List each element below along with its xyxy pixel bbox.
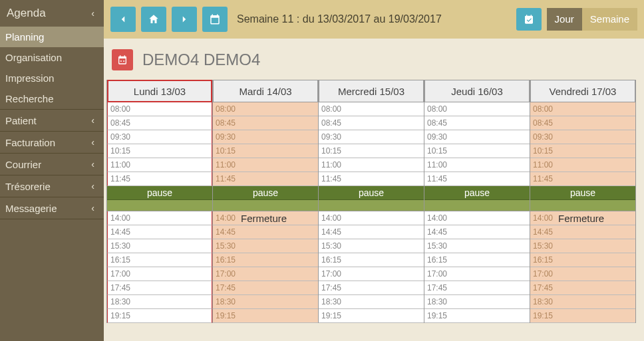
time-slot[interactable]: 09:30	[213, 130, 318, 144]
time-slot[interactable]: 11:00	[107, 158, 212, 172]
time-slot[interactable]: 09:30	[424, 130, 530, 144]
time-slot[interactable]: 17:00	[319, 267, 424, 281]
toolbar: Semaine 11 : du 13/03/2017 au 19/03/2017…	[104, 0, 644, 39]
time-slot[interactable]: 14:45	[319, 225, 424, 239]
sidebar-section-patient[interactable]: Patient‹	[0, 110, 104, 131]
time-slot[interactable]: 14:00Fermeture	[213, 211, 318, 225]
time-slot[interactable]: 14:45	[107, 225, 212, 239]
time-slot[interactable]: 14:45	[424, 225, 530, 239]
prev-button[interactable]	[110, 7, 136, 32]
time-slot[interactable]: 18:30	[213, 295, 318, 309]
time-slot[interactable]: 08:45	[530, 116, 635, 130]
time-slot[interactable]: 14:00	[424, 211, 530, 225]
time-slot[interactable]: 18:30	[107, 295, 212, 309]
time-slot[interactable]: 19:15	[424, 309, 530, 323]
time-slot[interactable]: 11:45	[213, 172, 318, 186]
time-slot[interactable]: 11:45	[107, 172, 212, 186]
time-slot[interactable]: 15:30	[530, 239, 635, 253]
sidebar-sub-recherche[interactable]: Recherche	[0, 88, 104, 109]
time-slot[interactable]: 08:45	[424, 116, 530, 130]
time-slot[interactable]: 11:45	[530, 172, 635, 186]
time-slot[interactable]: 10:15	[530, 144, 635, 158]
time-slot[interactable]: 18:30	[319, 295, 424, 309]
time-slot[interactable]: 17:45	[424, 281, 530, 295]
time-slot[interactable]: 16:15	[424, 253, 530, 267]
sidebar-sub-planning[interactable]: Planning	[0, 27, 104, 47]
time-slot[interactable]: 17:45	[319, 281, 424, 295]
time-slot[interactable]: 19:15	[107, 309, 212, 323]
time-slot[interactable]: 19:15	[530, 309, 635, 323]
day-header[interactable]: Mardi 14/03	[213, 80, 318, 102]
time-slot[interactable]: 08:45	[107, 116, 212, 130]
time-slot[interactable]: 17:45	[107, 281, 212, 295]
view-day-button[interactable]: Jour	[547, 8, 582, 31]
time-slot[interactable]: 14:45	[213, 225, 318, 239]
time-slot[interactable]: 11:00	[530, 158, 635, 172]
time-slot[interactable]: 17:00	[213, 267, 318, 281]
today-button[interactable]	[516, 8, 542, 31]
time-slot[interactable]: 17:00	[424, 267, 530, 281]
time-slot[interactable]: 08:00	[530, 102, 635, 116]
day-header[interactable]: Vendredi 17/03	[530, 80, 635, 102]
time-slot[interactable]: 10:15	[319, 144, 424, 158]
time-slot[interactable]: 16:15	[530, 253, 635, 267]
pause-block: pause	[319, 186, 424, 200]
sidebar-section-messagerie[interactable]: Messagerie‹	[0, 197, 104, 219]
time-slot[interactable]: 11:00	[424, 158, 530, 172]
time-slot[interactable]: 17:45	[530, 281, 635, 295]
time-slot[interactable]: 09:30	[530, 130, 635, 144]
time-slot[interactable]: 17:45	[213, 281, 318, 295]
time-slot[interactable]: 14:00	[107, 211, 212, 225]
time-slot[interactable]: 10:15	[424, 144, 530, 158]
time-slot[interactable]: 08:00	[213, 102, 318, 116]
view-week-button[interactable]: Semaine	[582, 8, 637, 31]
time-slot[interactable]: 14:45	[530, 225, 635, 239]
time-slot[interactable]: 08:45	[319, 116, 424, 130]
time-slot[interactable]: 15:30	[319, 239, 424, 253]
time-slot[interactable]: 15:30	[213, 239, 318, 253]
chevron-left-icon: ‹	[91, 8, 94, 19]
time-slot[interactable]: 10:15	[107, 144, 212, 158]
sidebar-agenda-label: Agenda	[7, 7, 46, 20]
next-button[interactable]	[172, 7, 197, 32]
sidebar-sub-organisation[interactable]: Organisation	[0, 47, 104, 68]
time-slot[interactable]: 18:30	[424, 295, 530, 309]
time-slot[interactable]: 14:00Fermeture	[530, 211, 635, 225]
time-slot[interactable]: 16:15	[319, 253, 424, 267]
time-slot[interactable]: 08:00	[107, 102, 212, 116]
time-slot[interactable]: 11:45	[319, 172, 424, 186]
time-slot[interactable]: 19:15	[319, 309, 424, 323]
time-slot[interactable]: 09:30	[319, 130, 424, 144]
time-slot[interactable]: 19:15	[213, 309, 318, 323]
time-slot[interactable]: 08:00	[319, 102, 424, 116]
calendar-button[interactable]	[202, 7, 228, 32]
time-slot[interactable]: 17:00	[530, 267, 635, 281]
time-slot[interactable]: 17:00	[107, 267, 212, 281]
time-slot[interactable]: 10:15	[213, 144, 318, 158]
time-slot[interactable]: 09:30	[107, 130, 212, 144]
pause-block-2	[107, 200, 212, 211]
sidebar-section-facturation[interactable]: Facturation‹	[0, 132, 104, 153]
time-slot[interactable]: 11:00	[319, 158, 424, 172]
practitioner-icon	[112, 49, 133, 70]
day-column: Mercredi 15/0308:0008:4509:3010:1511:001…	[319, 80, 424, 323]
home-button[interactable]	[141, 7, 166, 32]
time-slot[interactable]: 15:30	[424, 239, 530, 253]
sidebar-agenda-header[interactable]: Agenda ‹	[0, 0, 104, 27]
time-slot[interactable]: 11:45	[424, 172, 530, 186]
time-slot[interactable]: 08:00	[424, 102, 530, 116]
time-slot[interactable]: 18:30	[530, 295, 635, 309]
time-slot[interactable]: 15:30	[107, 239, 212, 253]
sidebar-section-trésorerie[interactable]: Trésorerie‹	[0, 175, 104, 197]
day-header[interactable]: Jeudi 16/03	[424, 80, 530, 102]
time-slot[interactable]: 16:15	[213, 253, 318, 267]
sidebar-section-courrier[interactable]: Courrier‹	[0, 154, 104, 175]
day-header[interactable]: Mercredi 15/03	[319, 80, 424, 102]
time-slot[interactable]: 08:45	[213, 116, 318, 130]
calendar-grid: Lundi 13/0308:0008:4509:3010:1511:0011:4…	[105, 80, 637, 323]
day-header[interactable]: Lundi 13/03	[107, 80, 212, 102]
time-slot[interactable]: 11:00	[213, 158, 318, 172]
time-slot[interactable]: 14:00	[319, 211, 424, 225]
time-slot[interactable]: 16:15	[107, 253, 212, 267]
sidebar-sub-impression[interactable]: Impression	[0, 68, 104, 88]
